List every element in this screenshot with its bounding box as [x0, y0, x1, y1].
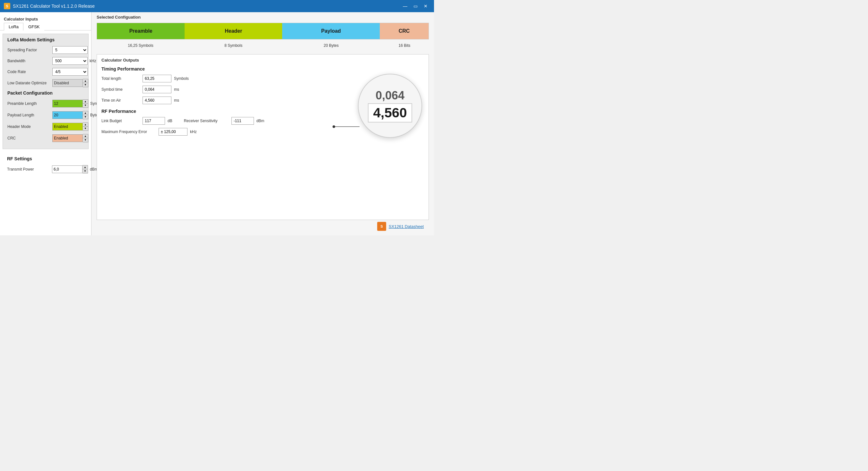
bandwidth-label: Bandwidth: [7, 59, 52, 63]
lora-modem-panel: LoRa Modem Settings Spreading Factor 567…: [3, 34, 89, 149]
crc-sublabel: 16 Bits: [380, 43, 429, 48]
right-panel: Selected Configuation Preamble Header Pa…: [92, 12, 434, 235]
payload-length-spinner: ▲ ▼: [52, 111, 88, 119]
magnifier-value1: 0,064: [376, 89, 404, 102]
header-sublabel: 8 Symbols: [185, 43, 282, 48]
window-controls: — ▭ ✕: [401, 2, 430, 10]
link-budget-value: 117: [143, 117, 165, 125]
crc-label: CRC: [7, 136, 52, 140]
transmit-power-spinner: ▲ ▼: [52, 165, 88, 173]
low-datarate-label: Low Datarate Optimize: [7, 81, 52, 85]
timing-performance-title: Timing Performance: [101, 66, 424, 71]
bandwidth-select[interactable]: 125250500: [52, 57, 88, 65]
config-labels: 16,25 Symbols 8 Symbols 20 Bytes 16 Bits: [97, 43, 429, 48]
bandwidth-row: Bandwidth 125250500 kHz: [7, 57, 84, 65]
low-datarate-input[interactable]: [52, 79, 83, 87]
receiver-sensitivity-value: -111: [231, 117, 254, 125]
low-datarate-control: ▲ ▼: [52, 79, 88, 87]
header-mode-label: Header Mode: [7, 125, 52, 129]
tab-gfsk[interactable]: GFSK: [24, 23, 44, 30]
rf-settings-section: RF Settings Transmit Power ▲ ▼ dBm: [3, 153, 89, 180]
header-mode-input[interactable]: [52, 123, 83, 131]
preamble-length-input[interactable]: [52, 100, 83, 107]
code-rate-row: Code Rate 4/54/64/74/8: [7, 68, 84, 76]
transmit-power-label: Transmit Power: [7, 167, 52, 172]
selected-config-header: Selected Configuation: [97, 15, 429, 20]
crc-spinner: ▲ ▼: [52, 134, 88, 142]
symbol-time-unit: ms: [174, 87, 179, 92]
crc-up-button[interactable]: ▲: [83, 134, 88, 138]
config-payload[interactable]: Payload: [282, 23, 380, 39]
titlebar: S SX1261 Calculator Tool v1.1.2.0 Releas…: [0, 0, 434, 12]
receiver-sensitivity-label: Receiver Sensitivity: [184, 119, 229, 123]
preamble-length-row: Preamble Length ▲ ▼ Symbols: [7, 99, 84, 108]
payload-length-down-button[interactable]: ▼: [83, 115, 88, 119]
modulation-tabs: LoRa GFSK: [0, 23, 91, 30]
preamble-length-label: Preamble Length: [7, 101, 52, 106]
spreading-factor-row: Spreading Factor 5678 9101112: [7, 46, 84, 54]
app-icon: S: [4, 3, 10, 9]
minimize-button[interactable]: —: [401, 2, 410, 10]
preamble-length-up-button[interactable]: ▲: [83, 100, 88, 104]
symbol-time-value: 0,064: [143, 86, 172, 93]
close-button[interactable]: ✕: [421, 2, 430, 10]
receiver-sensitivity-unit: dBm: [256, 119, 265, 123]
payload-length-input[interactable]: [52, 111, 83, 119]
header-mode-row: Header Mode ▲ ▼: [7, 123, 84, 131]
low-datarate-spinner-buttons: ▲ ▼: [83, 79, 88, 87]
max-freq-error-label: Maximum Frequency Error: [101, 130, 156, 134]
calculator-inputs-header: Calculator Inputs: [0, 15, 91, 23]
transmit-power-down-button[interactable]: ▼: [83, 169, 88, 173]
transmit-power-up-button[interactable]: ▲: [83, 165, 88, 169]
calculator-outputs: Calculator Outputs Timing Performance To…: [97, 54, 429, 220]
low-datarate-up-button[interactable]: ▲: [83, 79, 88, 83]
main-container: Calculator Inputs LoRa GFSK LoRa Modem S…: [0, 12, 434, 235]
spreading-factor-select[interactable]: 5678 9101112: [52, 46, 88, 54]
payload-length-row: Payload Length ▲ ▼ Bytes: [7, 111, 84, 119]
preamble-sublabel: 16,25 Symbols: [97, 43, 185, 48]
crc-down-button[interactable]: ▼: [83, 138, 88, 142]
packet-config-section: Packet Configuration Preamble Length ▲ ▼…: [7, 91, 84, 142]
preamble-length-spinner-buttons: ▲ ▼: [83, 99, 88, 108]
total-length-value: 63,25: [143, 75, 172, 82]
low-datarate-down-button[interactable]: ▼: [83, 83, 88, 87]
maximize-button[interactable]: ▭: [411, 2, 420, 10]
crc-row: CRC ▲ ▼: [7, 134, 84, 142]
low-datarate-spinner: ▲ ▼: [52, 79, 88, 87]
header-mode-control: ▲ ▼: [52, 123, 88, 131]
config-crc[interactable]: CRC: [380, 23, 429, 39]
transmit-power-spinner-buttons: ▲ ▼: [83, 165, 88, 173]
time-on-air-unit: ms: [174, 98, 179, 103]
titlebar-left: S SX1261 Calculator Tool v1.1.2.0 Releas…: [4, 3, 95, 9]
spreading-factor-label: Spreading Factor: [7, 48, 52, 52]
config-header[interactable]: Header: [185, 23, 282, 39]
config-preamble[interactable]: Preamble: [97, 23, 185, 39]
header-mode-up-button[interactable]: ▲: [83, 123, 88, 127]
max-freq-error-unit: kHz: [190, 130, 197, 134]
header-mode-down-button[interactable]: ▼: [83, 127, 88, 131]
payload-length-spinner-buttons: ▲ ▼: [83, 111, 88, 119]
rf-settings-title: RF Settings: [7, 156, 84, 161]
transmit-power-input[interactable]: [52, 165, 83, 173]
header-mode-spinner: ▲ ▼: [52, 123, 88, 131]
outputs-title: Calculator Outputs: [101, 58, 424, 63]
max-freq-error-value: ± 125,00: [159, 128, 187, 136]
header-mode-spinner-buttons: ▲ ▼: [83, 123, 88, 131]
payload-length-up-button[interactable]: ▲: [83, 111, 88, 115]
link-budget-unit: dB: [167, 119, 173, 123]
code-rate-control: 4/54/64/74/8: [52, 68, 88, 76]
crc-control: ▲ ▼: [52, 134, 88, 142]
tab-lora[interactable]: LoRa: [4, 23, 24, 30]
datasheet-link[interactable]: SX1261 Datasheet: [389, 224, 424, 229]
spreading-factor-control: 5678 9101112: [52, 46, 88, 54]
preamble-length-down-button[interactable]: ▼: [83, 104, 88, 107]
lora-modem-title: LoRa Modem Settings: [7, 37, 84, 42]
low-datarate-row: Low Datarate Optimize ▲ ▼: [7, 79, 84, 87]
left-panel: Calculator Inputs LoRa GFSK LoRa Modem S…: [0, 12, 92, 235]
bandwidth-control: 125250500 kHz: [52, 57, 96, 65]
code-rate-label: Code Rate: [7, 70, 52, 74]
footer: S SX1261 Datasheet: [97, 220, 429, 233]
config-bar: Preamble Header Payload CRC: [97, 23, 429, 39]
code-rate-select[interactable]: 4/54/64/74/8: [52, 68, 88, 76]
crc-input[interactable]: [52, 134, 83, 142]
